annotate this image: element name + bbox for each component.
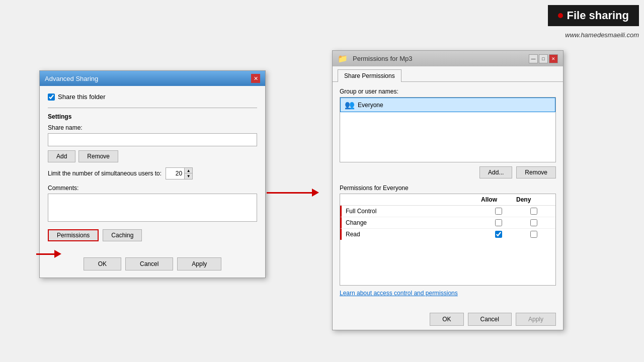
change-allow-checkbox[interactable] — [495, 219, 502, 226]
spinner-up-button[interactable]: ▲ — [184, 168, 192, 173]
caching-button[interactable]: Caching — [103, 229, 142, 241]
permissions-mp3-dialog: 📁 Permissions for Mp3 — □ ✕ Share Permis… — [332, 50, 564, 330]
permissions-arrow — [36, 250, 61, 258]
maximize-button[interactable]: □ — [539, 54, 548, 63]
change-row: Change — [340, 217, 555, 228]
advanced-sharing-titlebar: Advanced Sharing ✕ — [40, 71, 265, 86]
learn-link[interactable]: Learn about access control and permissio… — [340, 290, 556, 297]
share-folder-label: Share this folder — [58, 93, 106, 101]
main-arrow — [267, 189, 319, 197]
full-control-deny-cell — [516, 208, 551, 215]
share-folder-row: Share this folder — [48, 93, 257, 101]
add-remove-buttons: Add... Remove — [340, 166, 556, 178]
permissions-title: Permissions for Mp3 — [353, 55, 412, 62]
comments-label: Comments: — [48, 185, 257, 192]
read-allow-checkbox[interactable] — [495, 231, 502, 238]
everyone-item[interactable]: 👥 Everyone — [340, 98, 555, 112]
full-control-row: Full Control — [340, 206, 555, 217]
website-label: www.hamedesmaeili.com — [565, 31, 639, 39]
limit-label: Limit the number of simultaneous users t… — [48, 170, 162, 177]
full-control-allow-checkbox[interactable] — [495, 208, 502, 215]
comments-textarea[interactable] — [48, 194, 257, 222]
permissions-header: Allow Deny — [340, 194, 555, 206]
cancel-button[interactable]: Cancel — [125, 257, 173, 270]
read-deny-cell — [516, 231, 551, 238]
advanced-sharing-body: Share this folder Settings Share name: M… — [40, 86, 265, 257]
minimize-button[interactable]: — — [529, 54, 538, 63]
permissions-body: Group or user names: 👥 Everyone Add... R… — [333, 82, 563, 309]
permissions-arrow-line — [36, 253, 54, 255]
add-remove-row: Add Remove — [48, 150, 257, 162]
add-button[interactable]: Add — [48, 150, 75, 162]
settings-label: Settings — [48, 113, 257, 120]
permissions-caching-row: Permissions Caching — [48, 229, 257, 241]
spinner-buttons: ▲ ▼ — [184, 168, 192, 179]
read-allow-cell — [481, 231, 516, 238]
permissions-titlebar: 📁 Permissions for Mp3 — □ ✕ — [333, 51, 563, 66]
banner-dot — [558, 13, 563, 18]
permissions-button[interactable]: Permissions — [48, 229, 99, 241]
remove-button[interactable]: Remove — [78, 150, 118, 162]
permissions-cancel-button[interactable]: Cancel — [468, 313, 512, 326]
change-deny-checkbox[interactable] — [530, 219, 537, 226]
permissions-footer: OK Cancel Apply — [333, 309, 563, 330]
permissions-for-label: Permissions for Everyone — [340, 185, 556, 192]
change-allow-cell — [481, 219, 516, 226]
advanced-sharing-footer: OK Cancel Apply — [40, 257, 265, 278]
folder-icon: 📁 — [338, 54, 348, 63]
full-control-allow-cell — [481, 208, 516, 215]
share-folder-checkbox[interactable] — [48, 94, 55, 101]
permission-type-header — [344, 196, 481, 203]
full-control-label: Full Control — [346, 208, 481, 215]
deny-header: Deny — [516, 196, 551, 203]
ok-button[interactable]: OK — [84, 257, 121, 270]
change-label: Change — [346, 219, 481, 226]
banner-title: File sharing — [567, 9, 629, 22]
everyone-icon: 👥 — [345, 100, 355, 110]
full-control-deny-checkbox[interactable] — [530, 208, 537, 215]
user-list: 👥 Everyone — [340, 97, 556, 162]
apply-button[interactable]: Apply — [177, 257, 221, 270]
remove-users-button[interactable]: Remove — [516, 166, 556, 178]
read-row: Read — [340, 228, 555, 240]
group-label: Group or user names: — [340, 88, 556, 95]
share-name-label: Share name: — [48, 124, 257, 131]
change-deny-cell — [516, 219, 551, 226]
limit-spinner[interactable]: ▲ ▼ — [166, 167, 193, 179]
empty-rows — [340, 240, 555, 285]
arrow-line — [267, 192, 312, 194]
permissions-apply-button[interactable]: Apply — [516, 313, 556, 326]
banner: File sharing — [548, 5, 639, 26]
advanced-sharing-dialog: Advanced Sharing ✕ Share this folder Set… — [39, 70, 266, 278]
spinner-down-button[interactable]: ▼ — [184, 173, 192, 179]
settings-section: Settings Share name: Mp3 Add Remove Limi… — [48, 108, 257, 179]
permissions-ok-button[interactable]: OK — [430, 313, 463, 326]
arrow-head — [312, 189, 319, 197]
tab-bar: Share Permissions — [333, 66, 563, 82]
share-permissions-tab[interactable]: Share Permissions — [338, 69, 401, 82]
read-deny-checkbox[interactable] — [530, 231, 537, 238]
close-button[interactable]: ✕ — [549, 54, 558, 63]
permissions-table: Allow Deny Full Control Change — [340, 194, 556, 286]
advanced-sharing-title: Advanced Sharing — [45, 75, 98, 82]
everyone-label: Everyone — [358, 102, 383, 109]
allow-header: Allow — [481, 196, 516, 203]
permissions-arrow-head — [54, 250, 61, 258]
add-users-button[interactable]: Add... — [479, 166, 512, 178]
advanced-sharing-close-button[interactable]: ✕ — [251, 74, 260, 83]
share-name-input[interactable]: Mp3 — [48, 133, 257, 146]
limit-input[interactable] — [166, 168, 184, 179]
limit-row: Limit the number of simultaneous users t… — [48, 167, 257, 179]
read-label: Read — [346, 231, 481, 238]
